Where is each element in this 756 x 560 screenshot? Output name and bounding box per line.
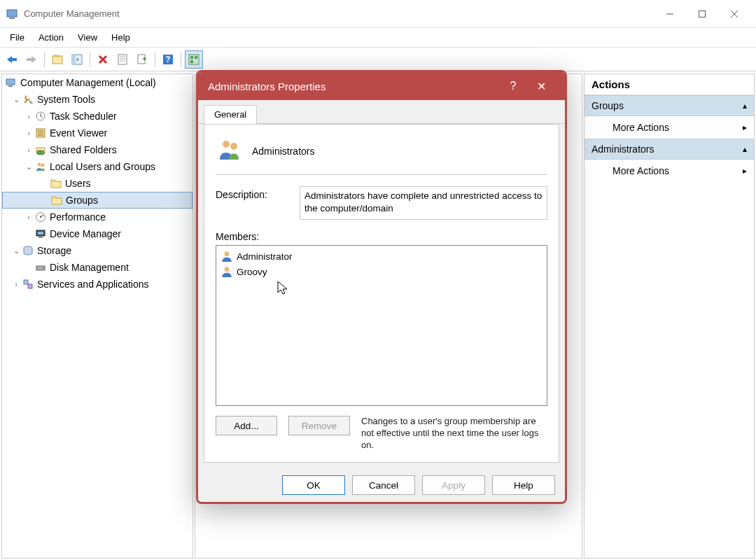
actions-header: Actions (584, 74, 754, 95)
menu-view[interactable]: View (71, 29, 104, 46)
svg-point-33 (41, 164, 45, 167)
tree-root[interactable]: Computer Management (Local) (2, 74, 192, 91)
svg-rect-23 (8, 85, 13, 87)
tree-event-viewer[interactable]: › Event Viewer (2, 125, 192, 141)
toolbar-separator (90, 52, 90, 67)
expander-icon[interactable]: ⌄ (10, 246, 22, 255)
expander-icon[interactable]: › (23, 112, 34, 120)
member-item[interactable]: Groovy (219, 264, 544, 279)
apply-button[interactable]: Apply (422, 475, 485, 495)
help-button[interactable]: Help (492, 475, 555, 495)
svg-rect-8 (52, 56, 62, 64)
menu-file[interactable]: File (3, 29, 31, 46)
close-button[interactable] (718, 0, 750, 28)
folder-icon (50, 194, 63, 206)
svg-rect-21 (190, 60, 193, 63)
svg-point-48 (225, 251, 230, 256)
more-actions-groups[interactable]: More Actions ▸ (584, 116, 754, 139)
expander-icon[interactable]: › (23, 213, 34, 221)
dialog-help-button[interactable]: ? (499, 80, 527, 92)
add-button[interactable]: Add... (216, 416, 277, 435)
expander-icon[interactable]: › (23, 129, 34, 137)
svg-point-31 (40, 150, 44, 155)
storage-icon (22, 244, 34, 257)
minimize-button[interactable] (654, 0, 686, 28)
svg-rect-0 (7, 10, 17, 17)
forward-button[interactable] (22, 50, 41, 69)
member-item[interactable]: Administrator (219, 248, 544, 264)
users-groups-icon (34, 160, 47, 173)
refresh-button[interactable] (185, 50, 203, 69)
toolbar-separator (181, 52, 181, 67)
dialog-titlebar: Administrators Properties ? ✕ (198, 72, 565, 100)
actions-section-administrators[interactable]: Administrators ▴ (584, 139, 754, 160)
up-button[interactable] (48, 50, 66, 69)
svg-point-47 (230, 143, 237, 150)
help-button[interactable]: ? (159, 50, 177, 69)
members-list[interactable]: Administrator Groovy (216, 245, 547, 406)
remove-button[interactable]: Remove (288, 416, 350, 435)
user-icon (220, 250, 233, 262)
dialog-tabs: General (198, 100, 565, 124)
user-icon (220, 265, 233, 278)
svg-rect-45 (28, 284, 32, 288)
tree-groups[interactable]: Groups (2, 192, 192, 209)
svg-rect-11 (118, 55, 127, 64)
svg-rect-6 (11, 58, 17, 61)
export-button[interactable] (133, 50, 151, 69)
expander-icon[interactable]: › (23, 146, 34, 154)
disk-icon (34, 261, 47, 274)
svg-rect-1 (9, 18, 15, 19)
properties-button[interactable] (113, 50, 132, 69)
folder-icon (50, 177, 62, 190)
svg-rect-40 (38, 237, 43, 238)
expander-icon[interactable]: › (10, 280, 22, 288)
tab-general[interactable]: General (204, 105, 257, 124)
back-button[interactable] (3, 50, 21, 69)
dialog-close-button[interactable]: ✕ (527, 80, 555, 93)
toolbar-separator (44, 52, 45, 67)
membership-note: Changes to a user's group membership are… (361, 416, 547, 451)
more-actions-administrators[interactable]: More Actions ▸ (584, 160, 754, 182)
tree-device-manager[interactable]: Device Manager (2, 225, 192, 242)
tree-services-apps[interactable]: › Services and Applications (2, 276, 192, 293)
cancel-button[interactable]: Cancel (352, 475, 415, 495)
actions-section-groups[interactable]: Groups ▴ (584, 95, 754, 116)
properties-dialog: Administrators Properties ? ✕ General Ad… (196, 70, 567, 504)
navigation-tree[interactable]: Computer Management (Local) ⌄ System Too… (1, 74, 193, 559)
expander-icon[interactable]: ⌄ (23, 162, 34, 172)
svg-rect-44 (24, 280, 28, 284)
dialog-button-row: OK Cancel Apply Help (198, 468, 565, 502)
clock-icon (34, 110, 47, 122)
tree-storage[interactable]: ⌄ Storage (2, 242, 192, 259)
event-viewer-icon (34, 127, 47, 139)
description-label: Description: (216, 186, 286, 200)
tree-disk-management[interactable]: Disk Management (2, 259, 192, 276)
ok-button[interactable]: OK (282, 475, 345, 495)
svg-point-49 (225, 267, 230, 272)
delete-button[interactable] (94, 50, 112, 69)
menu-help[interactable]: Help (104, 29, 137, 46)
svg-point-37 (40, 216, 41, 218)
description-field[interactable]: Administrators have complete and unrestr… (300, 186, 547, 220)
chevron-right-icon: ▸ (743, 122, 747, 132)
svg-rect-22 (6, 79, 15, 85)
expander-icon[interactable]: ⌄ (10, 95, 22, 104)
tree-users[interactable]: Users (2, 175, 192, 192)
svg-rect-35 (52, 198, 62, 204)
maximize-button[interactable] (686, 0, 718, 28)
show-hide-tree-button[interactable] (68, 50, 86, 69)
tree-performance[interactable]: › Performance (2, 209, 192, 225)
collapse-icon[interactable]: ▴ (743, 101, 747, 111)
svg-rect-19 (190, 56, 193, 59)
tree-system-tools[interactable]: ⌄ System Tools (2, 91, 192, 108)
svg-point-46 (223, 141, 230, 148)
collapse-icon[interactable]: ▴ (743, 144, 747, 154)
menu-bar: File Action View Help (0, 28, 756, 48)
tree-shared-folders[interactable]: › Shared Folders (2, 141, 192, 158)
actions-panel: Actions Groups ▴ More Actions ▸ Administ… (584, 74, 755, 559)
tree-local-users-groups[interactable]: ⌄ Local Users and Groups (2, 158, 192, 175)
menu-action[interactable]: Action (31, 29, 71, 46)
performance-icon (34, 211, 47, 223)
tree-task-scheduler[interactable]: › Task Scheduler (2, 108, 192, 125)
